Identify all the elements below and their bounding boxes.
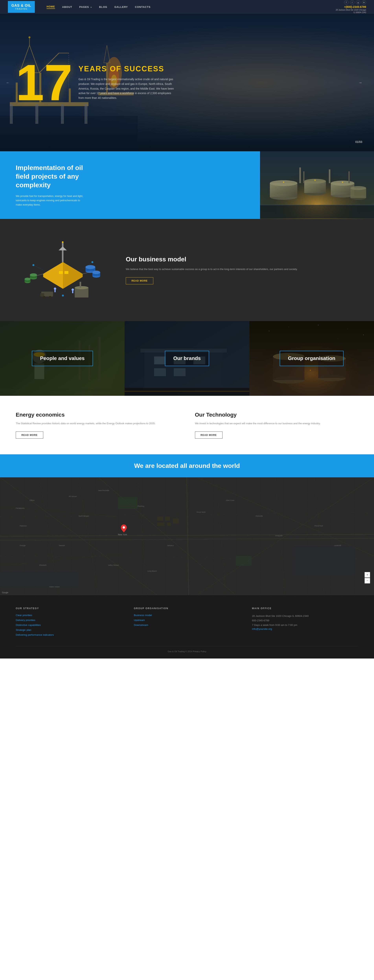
footer-link-upstream[interactable]: Upstream bbox=[134, 619, 240, 622]
panel-group-organisation[interactable]: Group organisation bbox=[250, 321, 374, 396]
footer-bottom: Gas & Oil Trading © 2014 Privacy Policy bbox=[16, 646, 358, 652]
business-model-section: Our business model We believe that the b… bbox=[0, 219, 374, 321]
footer-link-clear-priorities[interactable]: Clear priorities bbox=[16, 614, 122, 617]
footer-link-performance[interactable]: Delivering performance indicators bbox=[16, 633, 122, 636]
blue-section-description: We provide fuel for transportation, ener… bbox=[16, 194, 86, 207]
svg-text:Amityville: Amityville bbox=[275, 535, 283, 537]
svg-rect-139 bbox=[0, 572, 79, 587]
energy-economics-read-more[interactable]: READ MORE bbox=[16, 431, 43, 439]
svg-marker-46 bbox=[43, 262, 63, 289]
hero-next-arrow[interactable]: → bbox=[358, 80, 362, 85]
google-label: Google bbox=[2, 592, 8, 593]
hero-prev-arrow[interactable]: ← bbox=[6, 80, 10, 85]
svg-rect-74 bbox=[64, 271, 68, 274]
nav-item-gallery[interactable]: GALLERY bbox=[115, 5, 128, 8]
two-column-section: Energy economics The Statistical Review … bbox=[0, 396, 374, 454]
svg-rect-140 bbox=[118, 497, 138, 509]
svg-point-52 bbox=[25, 278, 30, 280]
footer-link-delivery[interactable]: Delivery priorities bbox=[16, 619, 122, 622]
svg-rect-0 bbox=[0, 116, 138, 151]
logo[interactable]: GAS & OIL TRADING bbox=[8, 1, 35, 13]
nav-item-blog[interactable]: BLOG bbox=[99, 5, 107, 8]
technology-read-more[interactable]: READ MORE bbox=[195, 431, 223, 439]
linkedin-icon[interactable]: in bbox=[362, 0, 366, 5]
panel-our-brands[interactable]: Our brands bbox=[124, 321, 249, 396]
panel-2-label-box[interactable]: Our brands bbox=[165, 351, 209, 366]
twitter-icon[interactable]: t bbox=[350, 0, 354, 5]
google-icon[interactable]: g bbox=[356, 0, 360, 5]
svg-point-28 bbox=[304, 179, 326, 183]
address-line1: 28 Jackson Blvd Ste 1020 Chicago bbox=[336, 9, 366, 11]
nav-item-home[interactable]: HOME bbox=[46, 5, 55, 9]
footer-link-downstream[interactable]: Downstream bbox=[134, 624, 240, 627]
nav-item-about[interactable]: ABOUT bbox=[62, 5, 72, 8]
svg-rect-145 bbox=[167, 522, 171, 526]
svg-point-58 bbox=[92, 270, 100, 274]
phone-number[interactable]: +(800)-2345-6789 bbox=[336, 5, 366, 8]
map-zoom-out-button[interactable]: − bbox=[364, 578, 370, 584]
svg-rect-141 bbox=[236, 556, 251, 566]
svg-rect-35 bbox=[299, 167, 301, 183]
footer-grid: OUR STRATEGY Clear priorities Delivery p… bbox=[16, 607, 358, 638]
panel-1-label-box[interactable]: People and values bbox=[32, 351, 93, 366]
hero-subtitle: YEARS OF SUCCESS bbox=[78, 65, 177, 73]
svg-point-31 bbox=[331, 181, 354, 186]
panel-people-values[interactable]: People and values bbox=[0, 321, 124, 396]
svg-point-69 bbox=[49, 296, 51, 298]
svg-point-81 bbox=[62, 294, 64, 296]
blue-section-title: Implementation of oil field projects of … bbox=[16, 163, 91, 189]
svg-rect-73 bbox=[59, 271, 63, 274]
technology-col: Our Technology We invest in technologies… bbox=[195, 412, 358, 439]
svg-text:New York: New York bbox=[118, 533, 127, 536]
svg-rect-142 bbox=[157, 517, 163, 520]
map-svg: New York Newark North Bergen Flushing El… bbox=[0, 477, 374, 595]
footer-link-strategic-plan[interactable]: Strategic plan bbox=[16, 628, 122, 632]
footer-group-title: GROUP ORGANISATION bbox=[134, 607, 240, 610]
footer-strategy-col: OUR STRATEGY Clear priorities Delivery p… bbox=[16, 607, 122, 638]
map-background: New York Newark North Bergen Flushing El… bbox=[0, 477, 374, 595]
facebook-icon[interactable]: f bbox=[344, 0, 349, 5]
map-zoom-in-button[interactable]: + bbox=[364, 572, 370, 578]
svg-point-77 bbox=[72, 288, 74, 291]
svg-rect-67 bbox=[40, 293, 44, 296]
svg-point-49 bbox=[30, 274, 37, 277]
map-container[interactable]: New York Newark North Bergen Flushing El… bbox=[0, 477, 374, 595]
svg-point-71 bbox=[75, 286, 88, 289]
footer-office-address: 28 Jackson Blvd Ste 1020 Chicago IL 6060… bbox=[252, 614, 358, 618]
business-model-description: We believe that the best way to achieve … bbox=[126, 267, 358, 271]
panel-1-label: People and values bbox=[40, 355, 85, 362]
svg-rect-146 bbox=[173, 519, 179, 523]
business-read-more-button[interactable]: READ MORE bbox=[126, 277, 153, 284]
svg-rect-138 bbox=[295, 546, 354, 576]
svg-text:Floral Park: Floral Park bbox=[314, 525, 323, 527]
svg-rect-36 bbox=[303, 171, 304, 183]
footer-office-email[interactable]: info@yoursite.org bbox=[252, 627, 358, 630]
svg-text:Paterson: Paterson bbox=[20, 525, 27, 527]
panel-3-label-box[interactable]: Group organisation bbox=[280, 351, 344, 366]
footer-link-business-model[interactable]: Business model bbox=[134, 614, 240, 617]
footer-office-title: MAIN OFFICE bbox=[252, 607, 358, 610]
footer: OUR STRATEGY Clear priorities Delivery p… bbox=[0, 595, 374, 659]
footer-copyright: Gas & Oil Trading © 2014 Privacy Policy bbox=[168, 650, 206, 652]
svg-text:Underhill: Underhill bbox=[334, 544, 341, 547]
svg-rect-38 bbox=[349, 171, 350, 183]
panel-2-label: Our brands bbox=[173, 355, 201, 362]
hero-section: 17 YEARS OF SUCCESS Gas & Oil Trading is… bbox=[0, 14, 374, 151]
svg-point-75 bbox=[54, 288, 56, 290]
svg-point-40 bbox=[314, 180, 316, 181]
svg-rect-42 bbox=[260, 205, 374, 218]
svg-point-34 bbox=[350, 186, 366, 190]
svg-text:North Bergen: North Bergen bbox=[79, 515, 89, 517]
svg-rect-72 bbox=[80, 282, 81, 288]
footer-link-distinctive[interactable]: Distinctive capabilities bbox=[16, 624, 122, 627]
svg-text:Elizabeth: Elizabeth bbox=[39, 564, 46, 566]
header: GAS & OIL TRADING HOME ABOUT PAGES ▼ BLO… bbox=[0, 0, 374, 14]
svg-text:Orange: Orange bbox=[20, 544, 25, 547]
map-controls: + − bbox=[364, 572, 370, 584]
footer-office-hours: 7 Days a week from 9:00 am to 7:00 pm bbox=[252, 623, 358, 627]
svg-rect-78 bbox=[72, 291, 73, 293]
nav-item-contacts[interactable]: CONTACTS bbox=[135, 5, 151, 8]
business-model-title: Our business model bbox=[126, 256, 358, 263]
nav-item-pages[interactable]: PAGES ▼ bbox=[79, 5, 92, 8]
logo-subtitle: TRADING bbox=[15, 8, 28, 10]
